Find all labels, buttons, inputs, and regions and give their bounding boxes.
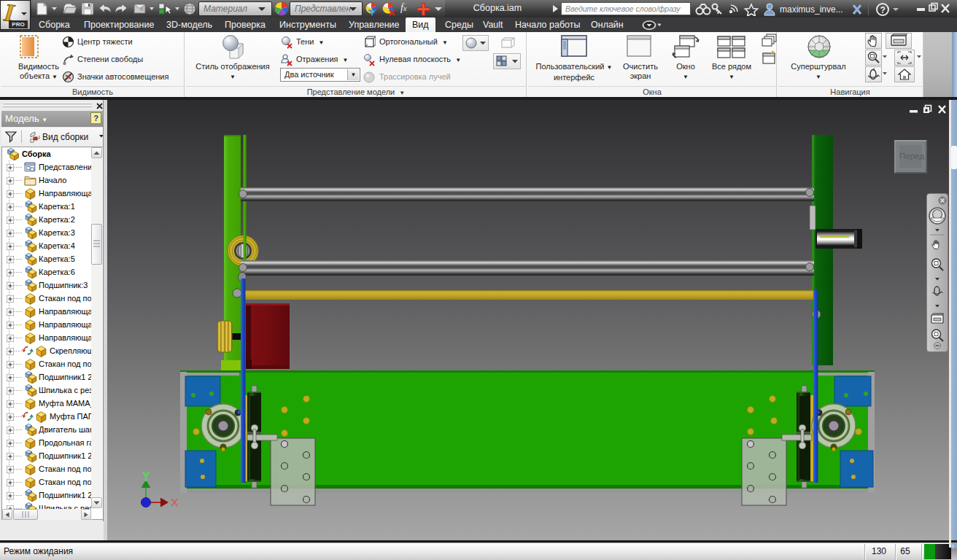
svg-text:?: ? — [880, 5, 886, 15]
svg-text:maximus_inve...: maximus_inve... — [780, 4, 843, 15]
